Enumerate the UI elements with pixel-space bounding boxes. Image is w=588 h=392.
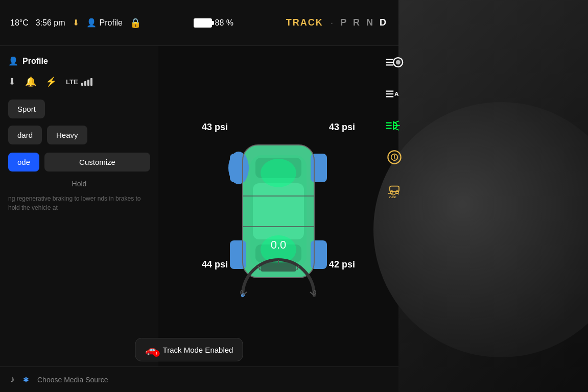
speed-arc: 0 0 xyxy=(238,255,319,298)
svg-rect-7 xyxy=(311,154,327,182)
svg-rect-6 xyxy=(230,154,246,182)
sidebar-profile-header: 👤 Profile xyxy=(8,56,150,66)
bluetooth-icon[interactable]: ⚡ xyxy=(45,76,57,87)
tire-pressure-control[interactable]: ! xyxy=(383,146,406,168)
sidebar-profile-icon: 👤 xyxy=(8,56,18,66)
notification-text: Track Mode Enabled xyxy=(163,346,233,354)
standard-mode-button[interactable]: dard xyxy=(8,126,42,144)
profile-icon: 👤 xyxy=(86,18,97,28)
svg-point-10 xyxy=(261,159,296,187)
profile-label: Profile xyxy=(100,18,123,28)
battery-icon xyxy=(194,18,212,28)
steering-wheel xyxy=(373,102,588,357)
tire-rear-right-pressure: 42 psi xyxy=(329,259,355,270)
svg-text:!: ! xyxy=(393,154,395,161)
physical-bezel xyxy=(398,0,588,392)
svg-text:0: 0 xyxy=(313,289,316,296)
speed-value: 0.0 xyxy=(238,238,319,252)
main-screen: 18°C 3:56 pm ⬇ 👤 Profile 🔒 88 % TRACK · … xyxy=(0,0,398,392)
tire-front-left-pressure: 43 psi xyxy=(202,122,228,133)
mode-active-button[interactable]: ode xyxy=(8,153,39,172)
temperature-display: 18°C xyxy=(10,18,29,28)
headlight-auto-control[interactable]: A xyxy=(383,83,406,105)
separator: · xyxy=(331,17,334,29)
battery-display: 88 % xyxy=(194,18,233,28)
customize-button[interactable]: Customize xyxy=(44,153,150,172)
warning-badge: ! xyxy=(153,350,160,357)
stability-off-control[interactable]: OFF xyxy=(383,178,406,200)
svg-point-27 xyxy=(396,60,401,65)
svg-text:A: A xyxy=(394,90,399,97)
gear-p[interactable]: P xyxy=(340,17,348,28)
mode-buttons: dard Heavy xyxy=(8,126,150,144)
track-mode-notification: 🚗 ! Track Mode Enabled xyxy=(135,338,243,361)
download-icon[interactable]: ⬇ xyxy=(73,18,79,28)
headlight-full-control[interactable] xyxy=(383,51,406,74)
svg-rect-4 xyxy=(253,183,304,239)
sidebar-quick-icons: ⬇ 🔔 ⚡ LTE xyxy=(8,76,150,87)
profile-button[interactable]: 👤 Profile xyxy=(86,18,123,28)
status-bar: 18°C 3:56 pm ⬇ 👤 Profile 🔒 88 % TRACK · … xyxy=(0,0,398,46)
right-icon-controls: A ! xyxy=(383,51,406,200)
hold-section: Hold xyxy=(8,180,150,188)
gear-d[interactable]: D xyxy=(380,17,388,28)
sport-button[interactable]: Sport xyxy=(8,100,45,118)
tire-rear-left-pressure: 44 psi xyxy=(202,259,228,270)
gear-n[interactable]: N xyxy=(366,17,375,28)
car-display-area: 43 psi 43 psi xyxy=(158,46,398,366)
heavy-mode-button[interactable]: Heavy xyxy=(47,126,87,144)
clock-display: 3:56 pm xyxy=(36,18,65,28)
tire-front-right-pressure: 43 psi xyxy=(329,122,355,133)
choose-media-label[interactable]: Choose Media Source xyxy=(37,376,108,384)
svg-line-37 xyxy=(394,128,399,130)
music-note-icon[interactable]: ♪ xyxy=(10,374,15,385)
prnd-display: P R N D xyxy=(340,17,388,28)
battery-percent: 88 % xyxy=(215,18,233,28)
customize-row: ode Customize xyxy=(8,153,150,172)
bluetooth-media-icon: ✱ xyxy=(23,376,29,384)
lock-icon[interactable]: 🔒 xyxy=(130,17,141,29)
notification-car-icon: 🚗 ! xyxy=(145,344,158,356)
gear-r[interactable]: R xyxy=(353,17,362,28)
sidebar-panel: 👤 Profile ⬇ 🔔 ⚡ LTE Sport dard Heavy xyxy=(0,46,158,366)
regen-description: ng regenerative braking to lower nds in … xyxy=(8,194,150,212)
svg-line-35 xyxy=(394,121,399,123)
svg-text:0: 0 xyxy=(240,289,243,296)
notification-icon[interactable]: 🔔 xyxy=(25,76,36,87)
media-bar: ♪ ✱ Choose Media Source xyxy=(0,366,398,392)
sidebar-profile-label: Profile xyxy=(22,57,48,66)
hold-label: Hold xyxy=(8,180,150,188)
download-sidebar-icon[interactable]: ⬇ xyxy=(8,76,16,87)
foglights-control[interactable] xyxy=(383,114,406,137)
lte-signal-icon: LTE xyxy=(66,78,92,86)
status-right: TRACK · P R N D xyxy=(286,17,388,29)
svg-text:OFF: OFF xyxy=(389,195,396,198)
track-mode-label: TRACK xyxy=(286,17,323,28)
